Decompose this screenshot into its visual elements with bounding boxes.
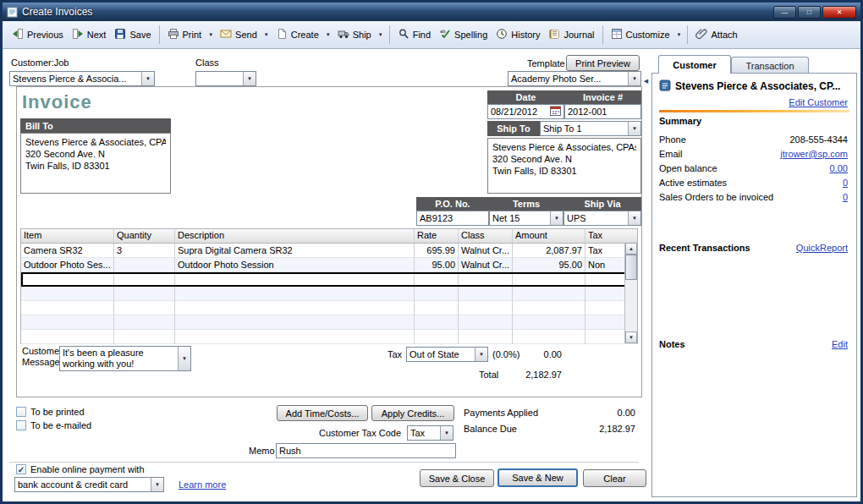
save-button[interactable]: Save [110, 25, 155, 45]
cell-tax[interactable]: Non [585, 258, 626, 272]
customer-tax-code-combo[interactable]: Tax ▼ [407, 425, 453, 441]
cell-item[interactable] [21, 330, 114, 344]
cell-amount[interactable]: 2,087.97 [513, 244, 585, 258]
add-time-costs-button[interactable]: Add Time/Costs... [277, 405, 368, 421]
cell-description[interactable] [175, 330, 415, 344]
cell-item[interactable] [21, 301, 114, 315]
cell-tax[interactable] [585, 287, 626, 301]
tax-combo[interactable]: Out of State ▼ [406, 347, 488, 362]
cell-rate[interactable] [415, 287, 459, 301]
invoice-number-field[interactable]: 2012-001 [564, 104, 641, 119]
column-header-amount[interactable]: Amount [513, 229, 585, 243]
cell-description[interactable] [175, 272, 415, 287]
cell-tax[interactable] [585, 315, 626, 330]
ship-button[interactable]: Ship [333, 25, 376, 45]
bill-to-address[interactable]: Stevens Pierce & Associates, CPAs 320 Se… [20, 133, 171, 194]
spelling-button[interactable]: ab Spelling [435, 25, 492, 45]
cell-class[interactable] [459, 330, 513, 344]
open-balance-link[interactable]: 0.00 [830, 163, 848, 173]
cell-rate[interactable] [415, 330, 459, 344]
cell-class[interactable] [459, 272, 513, 287]
cell-rate[interactable]: 695.99 [415, 244, 459, 258]
cell-item[interactable]: Outdoor Photo Ses... [21, 258, 114, 272]
tab-transaction[interactable]: Transaction [731, 57, 809, 74]
cell-description[interactable] [175, 315, 415, 330]
class-combo[interactable]: ▼ [195, 71, 256, 86]
save-new-button[interactable]: Save & New [497, 468, 578, 487]
maximize-button[interactable]: □ [798, 6, 821, 19]
cell-quantity[interactable] [114, 315, 175, 330]
cell-description[interactable] [175, 287, 415, 301]
cell-description[interactable] [175, 301, 415, 315]
online-payment-checkbox-checked[interactable]: ✓ [16, 464, 26, 474]
print-preview-button[interactable]: Print Preview [566, 55, 640, 71]
online-payment-combo[interactable]: bank account & credit card ▼ [14, 477, 164, 492]
terms-combo[interactable]: Net 15 ▼ [489, 211, 563, 226]
cell-tax[interactable] [585, 272, 626, 287]
chevron-down-icon[interactable]: ▼ [628, 122, 640, 135]
create-button[interactable]: Create [272, 25, 323, 45]
chevron-down-icon[interactable]: ▼ [243, 72, 256, 85]
online-payment-row[interactable]: ✓ Enable online payment with [16, 464, 145, 474]
journal-button[interactable]: Journal [544, 25, 598, 45]
table-row[interactable] [21, 287, 637, 301]
apply-credits-button[interactable]: Apply Credits... [371, 405, 454, 421]
cell-rate[interactable] [415, 272, 459, 287]
cell-amount[interactable] [513, 287, 585, 301]
cell-item[interactable] [21, 272, 114, 287]
column-header-class[interactable]: Class [459, 229, 513, 243]
ship-to-combo[interactable]: Ship To 1 ▼ [540, 121, 641, 136]
cell-quantity[interactable] [114, 330, 175, 344]
cell-amount[interactable] [513, 330, 585, 344]
cell-rate[interactable]: 95.00 [415, 258, 459, 272]
ship-to-address[interactable]: Stevens Pierce & Associates, CPAs 320 Se… [487, 138, 641, 194]
cell-quantity[interactable]: 3 [114, 244, 175, 258]
email-link[interactable]: jtrower@sp.com [780, 149, 848, 159]
table-row[interactable] [21, 315, 637, 330]
cell-amount[interactable]: 95.00 [513, 258, 585, 272]
cell-quantity[interactable] [114, 287, 175, 301]
sales-orders-link[interactable]: 0 [843, 192, 848, 202]
edit-customer-link[interactable]: Edit Customer [789, 97, 848, 107]
print-button[interactable]: Print [163, 25, 206, 45]
cell-amount[interactable] [513, 301, 585, 315]
cell-amount[interactable] [513, 315, 585, 330]
cell-amount[interactable] [513, 272, 585, 287]
customer-message-combo[interactable]: It's been a pleasure working with you! ▼ [59, 346, 191, 371]
cell-quantity[interactable] [114, 258, 175, 272]
table-row[interactable]: Outdoor Photo Ses... Outdoor Photo Sessi… [21, 258, 637, 272]
collapse-panel-button[interactable]: ◀ [641, 74, 651, 88]
cell-quantity[interactable] [114, 272, 175, 287]
to-be-emailed-row[interactable]: To be e-mailed [16, 420, 91, 430]
cell-quantity[interactable] [114, 301, 175, 315]
print-chevron-down-icon[interactable]: ▼ [206, 27, 216, 42]
chevron-down-icon[interactable]: ▼ [178, 347, 190, 370]
customize-button[interactable]: Customize [607, 25, 674, 45]
cell-item[interactable]: Camera SR32 [21, 244, 114, 258]
ship-chevron-down-icon[interactable]: ▼ [376, 27, 386, 42]
ship-via-combo[interactable]: UPS ▼ [563, 211, 641, 226]
next-button[interactable]: Next [68, 25, 111, 45]
find-button[interactable]: Find [393, 25, 435, 45]
active-estimates-link[interactable]: 0 [843, 178, 848, 188]
memo-input[interactable] [276, 443, 456, 458]
table-scrollbar[interactable]: ▲ ▼ [624, 243, 637, 343]
cell-tax[interactable]: Tax [585, 244, 626, 258]
create-chevron-down-icon[interactable]: ▼ [323, 27, 333, 42]
chevron-down-icon[interactable]: ▼ [628, 72, 640, 85]
po-number-field[interactable]: AB9123 [416, 211, 489, 226]
chevron-down-icon[interactable]: ▼ [550, 211, 563, 225]
send-chevron-down-icon[interactable]: ▼ [261, 27, 272, 42]
scrollbar-thumb[interactable] [625, 255, 637, 280]
clear-button[interactable]: Clear [583, 469, 646, 487]
cell-class[interactable]: Walnut Cr... [459, 244, 513, 258]
column-header-rate[interactable]: Rate [415, 229, 459, 243]
column-header-item[interactable]: Item [21, 229, 114, 243]
date-field[interactable]: 08/21/2012 [487, 104, 564, 119]
cell-class[interactable] [459, 301, 513, 315]
customer-job-combo[interactable]: Stevens Pierce & Associa... ▼ [9, 71, 155, 86]
attach-button[interactable]: Attach [691, 25, 741, 45]
save-close-button[interactable]: Save & Close [420, 469, 494, 487]
to-be-emailed-checkbox[interactable] [16, 420, 26, 430]
calendar-icon[interactable] [550, 106, 561, 118]
